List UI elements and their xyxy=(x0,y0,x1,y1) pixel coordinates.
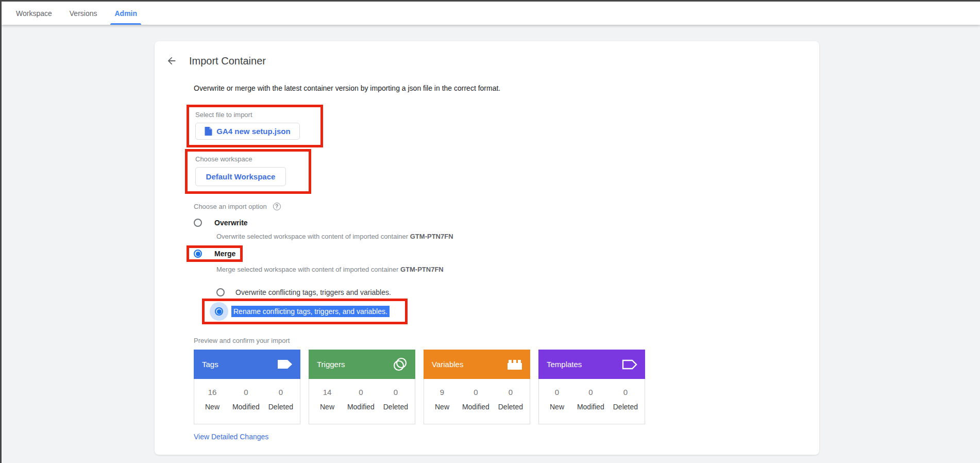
stat-label: New xyxy=(316,403,339,411)
tab-versions[interactable]: Versions xyxy=(61,2,106,25)
document-icon xyxy=(205,127,212,136)
container-id: GTM-PTN7FN xyxy=(410,233,453,240)
variables-card: Variables 9 New 0 Modified 0 xyxy=(424,350,530,424)
templates-card-title: Templates xyxy=(547,360,582,369)
arrow-left-icon xyxy=(166,55,177,67)
tags-card-body: 16 New 0 Modified 0 Deleted xyxy=(194,379,300,424)
overwrite-radio[interactable] xyxy=(194,219,202,227)
stat-new: 14 New xyxy=(316,388,339,424)
back-button[interactable] xyxy=(165,54,178,68)
stat-label: New xyxy=(201,403,224,411)
highlight-box-file: Select file to import GA4 new setup.json xyxy=(187,105,323,147)
view-detailed-changes-link[interactable]: View Detailed Changes xyxy=(194,433,268,441)
tag-icon xyxy=(277,359,293,369)
stat-modified: 0 Modified xyxy=(577,388,604,424)
tab-admin-label: Admin xyxy=(114,9,137,18)
templates-card-header: Templates xyxy=(538,350,645,379)
import-option-header: Choose an import option ? xyxy=(194,203,819,210)
triggers-card-header: Triggers xyxy=(309,350,415,379)
stat-modified: 0 Modified xyxy=(462,388,489,424)
triggers-card-title: Triggers xyxy=(317,360,345,369)
merge-radio-label[interactable]: Merge xyxy=(214,250,235,258)
overwrite-conflicting-label[interactable]: Overwrite conflicting tags, triggers and… xyxy=(235,288,391,296)
title-row: Import Container xyxy=(155,54,819,68)
variables-card-header: Variables xyxy=(424,350,530,379)
stat-label: Deleted xyxy=(383,403,408,411)
rename-conflicting-label[interactable]: Rename conflicting tags, triggers, and v… xyxy=(231,306,390,317)
tab-workspace-label: Workspace xyxy=(16,9,52,18)
stat-value: 9 xyxy=(431,388,453,396)
preview-cards-row: Tags 16 New 0 Modified 0 xyxy=(194,350,819,424)
tab-admin[interactable]: Admin xyxy=(106,2,146,25)
stat-value: 0 xyxy=(462,388,489,396)
file-picker-button[interactable]: GA4 new setup.json xyxy=(195,123,300,140)
stat-new: 16 New xyxy=(201,388,224,424)
rename-conflicting-radio-halo xyxy=(210,302,228,321)
stat-value: 0 xyxy=(347,388,375,396)
import-option-label: Choose an import option xyxy=(194,203,267,210)
tab-versions-label: Versions xyxy=(70,9,97,18)
tags-card: Tags 16 New 0 Modified 0 xyxy=(194,350,300,424)
stat-modified: 0 Modified xyxy=(232,388,260,424)
overwrite-description-text: Overwrite selected workspace with conten… xyxy=(216,233,408,240)
tab-workspace[interactable]: Workspace xyxy=(7,2,61,25)
stat-label: New xyxy=(546,403,568,411)
highlight-box-workspace: Choose workspace Default Workspace xyxy=(185,149,311,194)
stat-value: 16 xyxy=(201,388,224,396)
stat-deleted: 0 Deleted xyxy=(613,388,638,424)
workspace-picker-button[interactable]: Default Workspace xyxy=(195,167,286,186)
stat-label: Modified xyxy=(462,403,489,411)
templates-card-body: 0 New 0 Modified 0 Deleted xyxy=(538,379,645,424)
tags-card-title: Tags xyxy=(202,360,218,369)
stat-value: 14 xyxy=(316,388,339,396)
stat-label: New xyxy=(431,403,453,411)
highlight-box-merge: Merge xyxy=(187,245,243,262)
help-icon[interactable]: ? xyxy=(273,203,281,210)
merge-description-text: Merge selected workspace with content of… xyxy=(216,266,398,273)
trigger-icon xyxy=(393,357,408,372)
templates-card: Templates 0 New 0 Modified 0 xyxy=(538,350,645,424)
merge-description: Merge selected workspace with content of… xyxy=(216,266,819,273)
stat-new: 9 New xyxy=(431,388,453,424)
overwrite-option-row: Overwrite xyxy=(194,219,819,227)
stat-deleted: 0 Deleted xyxy=(268,388,293,424)
stat-modified: 0 Modified xyxy=(347,388,375,424)
stat-label: Modified xyxy=(347,403,375,411)
import-container-card: Import Container Overwrite or merge with… xyxy=(155,41,819,455)
workspace-name: Default Workspace xyxy=(206,172,276,181)
stat-value: 0 xyxy=(498,388,523,396)
highlight-box-rename: Rename conflicting tags, triggers, and v… xyxy=(202,299,408,324)
page-title: Import Container xyxy=(189,55,266,67)
stat-label: Deleted xyxy=(268,403,293,411)
triggers-card-body: 14 New 0 Modified 0 Deleted xyxy=(309,379,415,424)
variables-card-title: Variables xyxy=(432,360,463,369)
stat-label: Deleted xyxy=(613,403,638,411)
rename-conflicting-radio[interactable] xyxy=(215,307,223,316)
active-tab-underline xyxy=(110,23,141,25)
stat-value: 0 xyxy=(613,388,638,396)
stat-value: 0 xyxy=(546,388,568,396)
stat-value: 0 xyxy=(232,388,260,396)
container-id: GTM-PTN7FN xyxy=(400,266,444,273)
overwrite-radio-label[interactable]: Overwrite xyxy=(214,219,248,227)
stat-label: Deleted xyxy=(498,403,523,411)
stat-label: Modified xyxy=(577,403,604,411)
stat-value: 0 xyxy=(268,388,293,396)
variables-card-body: 9 New 0 Modified 0 Deleted xyxy=(424,379,530,424)
variable-icon xyxy=(507,359,522,370)
merge-radio[interactable] xyxy=(194,250,202,258)
stat-new: 0 New xyxy=(546,388,568,424)
overwrite-conflicting-radio[interactable] xyxy=(216,288,225,296)
stat-value: 0 xyxy=(577,388,604,396)
stat-deleted: 0 Deleted xyxy=(498,388,523,424)
main-area: Import Container Overwrite or merge with… xyxy=(2,25,980,455)
tags-card-header: Tags xyxy=(194,350,300,379)
triggers-card: Triggers 14 New 0 Modified 0 xyxy=(309,350,415,424)
top-navigation: Workspace Versions Admin xyxy=(2,2,980,25)
stat-deleted: 0 Deleted xyxy=(383,388,408,424)
file-picker-label: Select file to import xyxy=(195,111,314,119)
template-icon xyxy=(622,359,637,370)
workspace-picker-label: Choose workspace xyxy=(195,155,301,163)
overwrite-description: Overwrite selected workspace with conten… xyxy=(216,233,819,240)
stat-value: 0 xyxy=(383,388,408,396)
